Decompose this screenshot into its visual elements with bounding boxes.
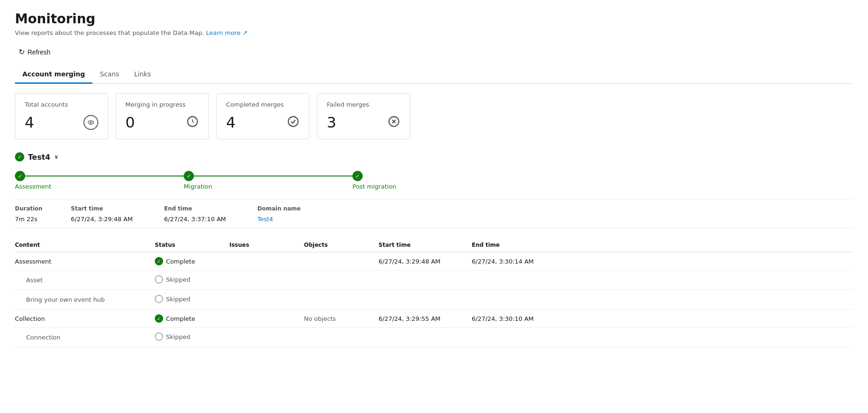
chevron-down-icon[interactable]: ∨ [54, 154, 59, 160]
section-status-icon: ✓ [15, 152, 24, 162]
start-time-value: 6/27/24, 3:29:48 AM [71, 216, 164, 223]
cell-content: Collection [15, 310, 155, 328]
step-line-1 [25, 176, 184, 176]
postmigration-step-dot: ✓ [352, 171, 363, 181]
toolbar: ↻ Refresh [15, 46, 853, 58]
cell-issues [229, 252, 304, 271]
cell-start-time: 6/27/24, 3:29:48 AM [379, 252, 472, 271]
table-body: Assessment ✓Complete 6/27/24, 3:29:48 AM… [15, 252, 853, 347]
section-name: Test4 [28, 153, 50, 162]
refresh-button[interactable]: ↻ Refresh [15, 46, 54, 58]
cell-issues [229, 271, 304, 290]
assessment-label: Assessment [15, 183, 51, 190]
duration-value: 7m 22s [15, 216, 71, 223]
step-postmigration-container: ✓ Post migration [352, 171, 396, 190]
eye-icon [83, 115, 98, 130]
refresh-icon: ↻ [19, 47, 25, 56]
cell-end-time [472, 328, 853, 347]
card-failed-value: 3 [327, 114, 336, 131]
table-row: Asset Skipped [15, 271, 853, 290]
migration-step-dot: ✓ [184, 171, 194, 181]
start-time-header: Start time [71, 205, 164, 212]
learn-more-link[interactable]: Learn more ↗ [206, 29, 248, 36]
content-table: Content Status Issues Objects Start time… [15, 238, 853, 347]
tab-scans[interactable]: Scans [92, 66, 126, 84]
domain-name-link[interactable]: Test4 [257, 216, 351, 223]
card-completed-value: 4 [226, 114, 235, 131]
status-skipped: Skipped [155, 332, 190, 341]
tab-links[interactable]: Links [127, 66, 158, 84]
svg-point-1 [90, 122, 92, 123]
table-row: Bring your own event hub Skipped [15, 290, 853, 310]
domain-name-header: Domain name [257, 205, 351, 212]
col-content: Content [15, 238, 155, 252]
table-row: Connection Skipped [15, 328, 853, 347]
cell-end-time [472, 290, 853, 310]
cell-issues [229, 328, 304, 347]
objects-value: No objects [304, 315, 336, 322]
cell-content: Asset [15, 271, 155, 290]
cell-content: Connection [15, 328, 155, 347]
col-issues: Issues [229, 238, 304, 252]
skipped-icon [155, 295, 163, 303]
cell-status: Skipped [155, 328, 229, 347]
cell-start-time [379, 328, 472, 347]
table-row: Assessment ✓Complete 6/27/24, 3:29:48 AM… [15, 252, 853, 271]
sync-icon [186, 115, 199, 130]
card-merging-in-progress: Merging in progress 0 [116, 93, 209, 139]
tabs-container: Account merging Scans Links [15, 66, 853, 84]
cell-issues [229, 310, 304, 328]
external-link-icon: ↗ [242, 29, 248, 36]
progress-steps: ✓ Assessment ✓ Migration ✓ Post migratio… [15, 171, 853, 190]
skipped-icon [155, 332, 163, 341]
table-row: Collection ✓Complete No objects 6/27/24,… [15, 310, 853, 328]
svg-point-3 [289, 116, 298, 126]
end-time-value: 6/27/24, 3:37:10 AM [164, 216, 257, 223]
status-complete: ✓Complete [155, 257, 195, 265]
meta-grid: Duration Start time End time Domain name… [15, 199, 853, 229]
complete-icon: ✓ [155, 314, 163, 323]
cell-start-time: 6/27/24, 3:29:55 AM [379, 310, 472, 328]
migration-label: Migration [184, 183, 212, 190]
card-failed-label: Failed merges [327, 101, 400, 108]
cell-end-time: 6/27/24, 3:30:14 AM [472, 252, 853, 271]
col-status: Status [155, 238, 229, 252]
step-line-2 [194, 176, 352, 176]
col-end-time: End time [472, 238, 853, 252]
card-total-accounts-value: 4 [25, 114, 34, 131]
card-failed-merges: Failed merges 3 [317, 93, 410, 139]
skipped-icon [155, 275, 163, 284]
table-header: Content Status Issues Objects Start time… [15, 238, 853, 252]
checkmark-circle-icon [287, 115, 300, 130]
cell-end-time: 6/27/24, 3:30:10 AM [472, 310, 853, 328]
tab-account-merging[interactable]: Account merging [15, 66, 92, 84]
card-completed-label: Completed merges [226, 101, 300, 108]
step-migration-container: ✓ Migration [184, 171, 352, 190]
cell-content: Assessment [15, 252, 155, 271]
step-assessment-container: ✓ Assessment [15, 171, 184, 190]
cell-objects [304, 252, 379, 271]
cell-objects [304, 271, 379, 290]
duration-header: Duration [15, 205, 71, 212]
main-page: Monitoring View reports about the proces… [0, 0, 868, 413]
cell-objects: No objects [304, 310, 379, 328]
cell-status: ✓Complete [155, 252, 229, 271]
page-title: Monitoring [15, 11, 853, 27]
cell-start-time [379, 271, 472, 290]
end-time-header: End time [164, 205, 257, 212]
card-merging-value: 0 [125, 114, 135, 131]
cell-objects [304, 290, 379, 310]
card-total-accounts-label: Total accounts [25, 101, 98, 108]
card-total-accounts: Total accounts 4 [15, 93, 108, 139]
section-header: ✓ Test4 ∨ [15, 152, 853, 162]
cell-content: Bring your own event hub [15, 290, 155, 310]
cell-status: Skipped [155, 290, 229, 310]
test4-section: ✓ Test4 ∨ ✓ Assessment ✓ Migration [15, 152, 853, 347]
postmigration-label: Post migration [352, 183, 396, 190]
x-circle-icon [387, 115, 400, 130]
col-objects: Objects [304, 238, 379, 252]
cell-end-time [472, 271, 853, 290]
complete-icon: ✓ [155, 257, 163, 265]
stats-cards: Total accounts 4 Merging in progress 0 C… [15, 93, 853, 139]
cell-objects [304, 328, 379, 347]
